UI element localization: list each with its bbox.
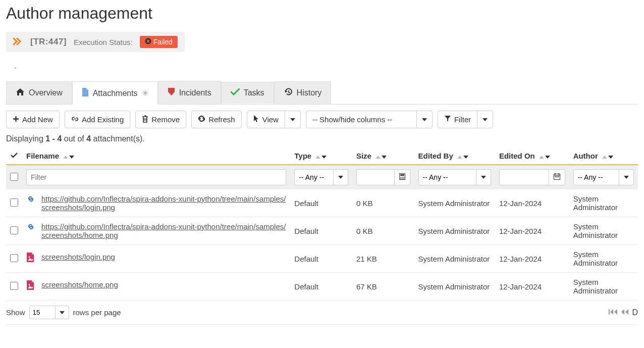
filter-type-select[interactable] xyxy=(294,169,334,185)
cell-size: 0 KB xyxy=(352,217,414,245)
add-existing-label: Add Existing xyxy=(82,115,124,124)
tab-overview-label: Overview xyxy=(29,88,63,97)
filename-link[interactable]: https://github.com/Inflectra/spira-addon… xyxy=(41,194,286,212)
filter-dropdown[interactable] xyxy=(477,111,493,128)
tab-history[interactable]: History xyxy=(274,81,332,104)
tab-bar: Overview Attachments ✳ Incidents Tasks H… xyxy=(6,81,638,105)
home-icon xyxy=(16,88,25,98)
header-type-label: Type xyxy=(294,152,311,160)
filter-editedby-dropdown[interactable] xyxy=(476,169,491,185)
cell-edited-on: 12-Jan-2024 xyxy=(495,245,569,273)
rows-per-page: Show rows per page xyxy=(6,306,121,319)
cell-type: Default xyxy=(290,217,352,245)
cell-edited-on: 12-Jan-2024 xyxy=(495,217,569,245)
filter-editedby-select[interactable] xyxy=(418,169,476,185)
col-filename[interactable]: Filename xyxy=(22,148,290,165)
col-type[interactable]: Type xyxy=(290,148,352,165)
show-hide-dropdown[interactable] xyxy=(417,111,433,128)
filter-label: Filter xyxy=(454,115,471,124)
filter-size-calc[interactable] xyxy=(395,169,410,185)
trash-icon xyxy=(142,115,148,124)
header-editedon-label: Edited On xyxy=(499,152,535,160)
page-size-dropdown[interactable] xyxy=(56,306,69,319)
sort-desc-icon xyxy=(382,156,387,159)
view-dropdown[interactable] xyxy=(285,111,301,128)
cell-size: 0 KB xyxy=(352,189,414,217)
filter-editedon-input[interactable] xyxy=(499,169,549,185)
count-total: 4 xyxy=(86,134,91,143)
filter-button[interactable]: Filter xyxy=(438,111,477,128)
filter-editedon-calendar[interactable] xyxy=(549,169,565,185)
history-icon xyxy=(284,88,293,98)
pager-first[interactable] xyxy=(609,308,618,317)
shield-icon xyxy=(168,87,175,98)
show-hide-button[interactable]: -- Show/hide columns -- xyxy=(306,111,417,128)
filter-author-dropdown[interactable] xyxy=(619,169,634,185)
svg-rect-10 xyxy=(555,176,556,177)
filename-link[interactable]: screenshots/login.png xyxy=(41,253,115,261)
remove-button[interactable]: Remove xyxy=(135,111,186,128)
page-title: Author management xyxy=(6,4,638,23)
filename-link[interactable]: https://github.com/Inflectra/spira-addon… xyxy=(41,222,286,239)
filter-type-dropdown[interactable] xyxy=(334,169,348,185)
count-prefix: Displaying xyxy=(6,134,45,143)
filter-filename-input[interactable] xyxy=(26,169,286,185)
cell-edited-on: 12-Jan-2024 xyxy=(495,189,569,217)
chevron-down-icon xyxy=(338,176,343,179)
sort-desc-icon xyxy=(321,156,327,159)
row-checkbox[interactable] xyxy=(10,226,18,234)
filter-combo: Filter xyxy=(438,111,493,128)
add-new-button[interactable]: Add New xyxy=(6,111,60,128)
cell-author: System Administrator xyxy=(569,245,638,273)
row-checkbox[interactable] xyxy=(10,282,18,290)
refresh-button[interactable]: Refresh xyxy=(191,111,242,128)
image-file-icon xyxy=(26,253,36,265)
svg-point-6 xyxy=(400,178,401,179)
sort-desc-icon xyxy=(69,156,74,159)
svg-point-7 xyxy=(402,178,403,179)
svg-point-8 xyxy=(403,178,404,179)
table-row: screenshots/home.png Default 67 KB Syste… xyxy=(6,273,638,301)
calendar-icon xyxy=(554,173,560,181)
image-file-icon xyxy=(26,280,36,292)
col-edited-by[interactable]: Edited By xyxy=(414,148,495,165)
count-mid: out of xyxy=(62,134,86,143)
pager-prev[interactable] xyxy=(621,308,629,317)
col-size[interactable]: Size xyxy=(352,148,414,165)
cell-size: 67 KB xyxy=(352,273,414,301)
sort-asc-icon xyxy=(602,156,607,159)
sort-asc-icon xyxy=(457,156,462,159)
rows-per-page-label: rows per page xyxy=(73,308,121,317)
filter-author-select[interactable] xyxy=(573,169,619,185)
tab-attachments[interactable]: Attachments ✳ xyxy=(72,81,158,105)
tab-tasks[interactable]: Tasks xyxy=(221,82,274,104)
sort-desc-icon xyxy=(545,156,550,159)
show-hide-label: -- Show/hide columns -- xyxy=(312,115,392,124)
checkmark-icon xyxy=(231,88,240,97)
col-author[interactable]: Author xyxy=(569,148,638,165)
show-label: Show xyxy=(6,308,25,317)
cell-type: Default xyxy=(290,273,352,301)
tab-incidents[interactable]: Incidents xyxy=(158,81,221,104)
status-bar: [TR:447] Execution Status: Failed xyxy=(6,32,185,52)
row-checkbox[interactable] xyxy=(10,198,18,207)
row-checkbox[interactable] xyxy=(10,254,18,262)
arrow-indicator-icon xyxy=(13,36,23,48)
cell-edited-by: System Administrator xyxy=(414,217,495,245)
filter-size-input[interactable] xyxy=(356,169,395,185)
chevron-down-icon xyxy=(481,176,486,179)
col-edited-on[interactable]: Edited On xyxy=(495,148,569,165)
svg-rect-12 xyxy=(558,176,559,177)
sort-asc-icon xyxy=(375,156,381,159)
table-row: https://github.com/Inflectra/spira-addon… xyxy=(6,217,638,245)
view-button[interactable]: View xyxy=(247,111,285,128)
expand-all-icon[interactable] xyxy=(10,152,18,160)
page-size-input[interactable] xyxy=(29,306,56,319)
tab-overview[interactable]: Overview xyxy=(6,81,72,104)
select-all-checkbox[interactable] xyxy=(10,173,18,181)
filename-link[interactable]: screenshots/home.png xyxy=(41,280,118,289)
execution-status-label: Execution Status: xyxy=(74,38,133,46)
add-existing-button[interactable]: Add Existing xyxy=(65,111,130,128)
table-row: https://github.com/Inflectra/spira-addon… xyxy=(6,189,638,217)
view-label: View xyxy=(262,115,279,124)
